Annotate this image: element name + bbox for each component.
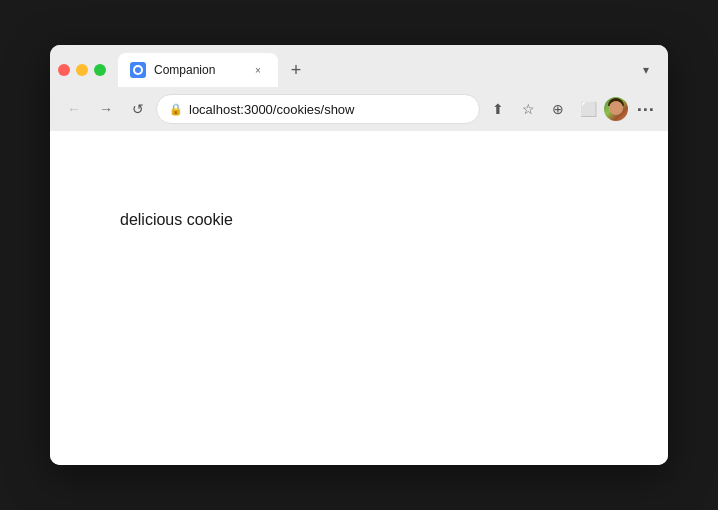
tab-close-button[interactable]: × [250,62,266,78]
tab-row: Companion × + ▾ [50,45,668,87]
reload-button[interactable]: ↺ [124,95,152,123]
new-tab-button[interactable]: + [282,56,310,84]
lock-icon: 🔒 [169,103,183,116]
tab-area: Companion × + [118,53,632,87]
tab-title: Companion [154,63,242,77]
browser-window: Companion × + ▾ ← → ↺ 🔒 localhost:3000/c… [50,45,668,465]
page-body-text: delicious cookie [120,211,233,229]
favicon-inner [133,65,143,75]
title-bar: Companion × + ▾ ← → ↺ 🔒 localhost:3000/c… [50,45,668,131]
forward-button[interactable]: → [92,95,120,123]
minimize-button[interactable] [76,64,88,76]
extensions-button[interactable]: ⊕ [544,95,572,123]
bookmark-button[interactable]: ☆ [514,95,542,123]
url-text: localhost:3000/cookies/show [189,102,467,117]
maximize-button[interactable] [94,64,106,76]
tab-favicon-icon [130,62,146,78]
address-bar-row: ← → ↺ 🔒 localhost:3000/cookies/show ⬆ ☆ … [50,87,668,131]
more-options-button[interactable]: ⋯ [630,95,658,123]
window-controls [58,64,106,76]
avatar-face [609,101,623,115]
share-button[interactable]: ⬆ [484,95,512,123]
address-bar[interactable]: 🔒 localhost:3000/cookies/show [156,94,480,124]
split-view-button[interactable]: ⬜ [574,95,602,123]
toolbar-actions: ⬆ ☆ ⊕ ⬜ ⋯ [484,95,658,123]
profile-avatar[interactable] [604,97,628,121]
page-content: delicious cookie [50,131,668,465]
tabs-menu-button[interactable]: ▾ [632,56,660,84]
back-button[interactable]: ← [60,95,88,123]
close-button[interactable] [58,64,70,76]
active-tab[interactable]: Companion × [118,53,278,87]
tab-right-controls: ▾ [632,56,660,84]
